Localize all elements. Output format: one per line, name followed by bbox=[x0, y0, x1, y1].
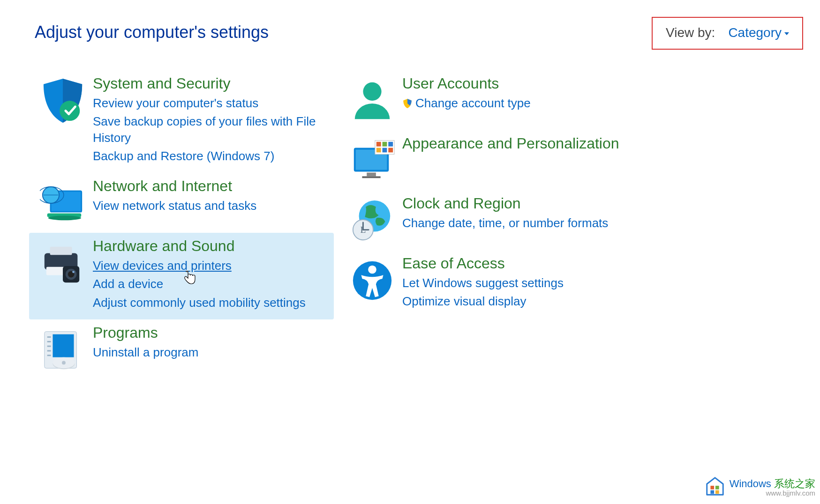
svg-rect-7 bbox=[50, 247, 72, 255]
category-user-accounts: User Accounts Change account type bbox=[339, 70, 676, 130]
svg-rect-34 bbox=[388, 148, 393, 153]
watermark-url: www.bjjmlv.com bbox=[766, 489, 815, 497]
category-clock: L Clock and Region Change date, time, or… bbox=[339, 190, 676, 250]
category-title-programs[interactable]: Programs bbox=[93, 324, 330, 341]
category-title-hardware[interactable]: Hardware and Sound bbox=[93, 237, 330, 255]
link-mobility-settings[interactable]: Adjust commonly used mobility settings bbox=[93, 295, 330, 311]
svg-rect-32 bbox=[376, 148, 381, 153]
uac-shield-icon bbox=[402, 96, 413, 113]
category-network: Network and Internet View network status… bbox=[29, 173, 334, 233]
category-title-network[interactable]: Network and Internet bbox=[93, 178, 330, 195]
clock-globe-icon: L bbox=[342, 195, 402, 244]
svg-rect-29 bbox=[376, 142, 381, 147]
view-by-value: Category bbox=[728, 25, 782, 40]
link-change-account-type[interactable]: Change account type bbox=[402, 95, 672, 113]
svg-point-12 bbox=[72, 271, 75, 274]
svg-point-23 bbox=[363, 82, 381, 101]
left-column: System and Security Review your computer… bbox=[29, 70, 334, 379]
category-system-security: System and Security Review your computer… bbox=[29, 70, 334, 173]
page-title: Adjust your computer's settings bbox=[35, 22, 269, 42]
category-title-ease[interactable]: Ease of Access bbox=[402, 255, 672, 272]
personalization-icon bbox=[342, 135, 402, 184]
shield-icon bbox=[33, 75, 93, 124]
link-optimize-display[interactable]: Optimize visual display bbox=[402, 293, 672, 310]
svg-rect-31 bbox=[388, 142, 393, 147]
svg-rect-44 bbox=[710, 490, 714, 494]
link-add-device[interactable]: Add a device bbox=[93, 276, 330, 292]
category-grid: System and Security Review your computer… bbox=[29, 70, 676, 379]
svg-rect-45 bbox=[715, 490, 719, 494]
printer-icon bbox=[33, 237, 93, 286]
svg-rect-14 bbox=[53, 334, 74, 357]
svg-rect-26 bbox=[367, 172, 376, 176]
category-title-clock[interactable]: Clock and Region bbox=[402, 195, 672, 212]
svg-point-0 bbox=[60, 101, 80, 121]
watermark-logo-icon bbox=[704, 476, 726, 499]
category-title-system[interactable]: System and Security bbox=[93, 75, 330, 92]
svg-rect-42 bbox=[710, 486, 714, 489]
view-by-dropdown[interactable]: Category bbox=[728, 25, 789, 40]
watermark-brand: Windows 系统之家 bbox=[730, 478, 815, 489]
category-title-accounts[interactable]: User Accounts bbox=[402, 75, 672, 92]
watermark: Windows 系统之家 www.bjjmlv.com bbox=[704, 476, 815, 499]
svg-rect-27 bbox=[362, 176, 380, 178]
user-icon bbox=[342, 75, 402, 124]
link-backup-restore[interactable]: Backup and Restore (Windows 7) bbox=[93, 148, 330, 164]
link-suggest-settings[interactable]: Let Windows suggest settings bbox=[402, 275, 672, 291]
link-network-status[interactable]: View network status and tasks bbox=[93, 198, 330, 214]
view-by-dropdown-highlight: View by: Category bbox=[652, 17, 803, 50]
svg-rect-43 bbox=[715, 486, 719, 489]
svg-rect-30 bbox=[383, 142, 387, 147]
svg-point-22 bbox=[62, 361, 66, 364]
accessibility-icon bbox=[342, 255, 402, 304]
category-ease-of-access: Ease of Access Let Windows suggest setti… bbox=[339, 250, 676, 318]
svg-point-4 bbox=[48, 216, 82, 221]
network-icon bbox=[33, 178, 93, 226]
link-review-status[interactable]: Review your computer's status bbox=[93, 95, 330, 111]
category-title-appearance[interactable]: Appearance and Personalization bbox=[402, 135, 672, 152]
category-appearance: Appearance and Personalization bbox=[339, 130, 676, 190]
category-hardware: Hardware and Sound View devices and prin… bbox=[29, 233, 334, 319]
svg-point-41 bbox=[368, 266, 376, 274]
link-file-history[interactable]: Save backup copies of your files with Fi… bbox=[93, 113, 330, 146]
link-uninstall-program[interactable]: Uninstall a program bbox=[93, 344, 330, 361]
chevron-down-icon bbox=[784, 32, 789, 35]
link-date-time-formats[interactable]: Change date, time, or number formats bbox=[402, 215, 672, 231]
svg-rect-33 bbox=[383, 148, 387, 153]
view-by-label: View by: bbox=[666, 25, 715, 40]
programs-icon bbox=[33, 324, 93, 373]
category-programs: Programs Uninstall a program bbox=[29, 319, 334, 379]
link-devices-printers[interactable]: View devices and printers bbox=[93, 258, 330, 274]
right-column: User Accounts Change account type bbox=[339, 70, 676, 379]
